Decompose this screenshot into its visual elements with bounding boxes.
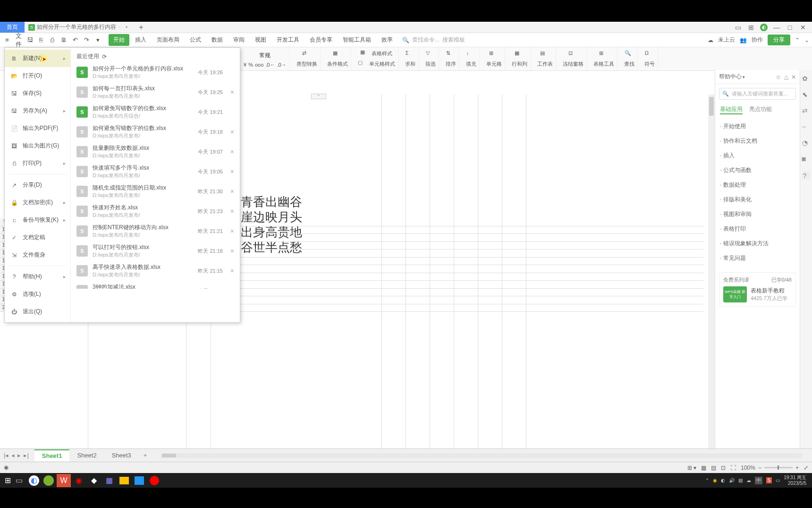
undo-icon[interactable]: ↶: [71, 36, 79, 44]
rowcol-icon[interactable]: ▦: [515, 50, 524, 60]
fullscreen-icon[interactable]: ⛶: [730, 465, 736, 471]
tray-chevron-icon[interactable]: ⌃: [705, 478, 709, 483]
dropdown-icon[interactable]: ▾: [743, 75, 745, 79]
tray-icon[interactable]: ◉: [713, 478, 717, 483]
remove-recent-icon[interactable]: ×: [230, 227, 234, 235]
remove-recent-icon[interactable]: ×: [230, 188, 234, 195]
table-tools-icon[interactable]: ⊞: [599, 50, 609, 60]
file-menu-item[interactable]: ⎙打印(P)▸: [5, 155, 70, 172]
tab-smart[interactable]: 智能工具箱: [338, 34, 376, 46]
file-menu-item[interactable]: 🖫另存为(A)▸: [5, 102, 70, 120]
grid-icon[interactable]: ⊞: [747, 23, 755, 32]
help-tab-basic[interactable]: 基础应用: [720, 105, 743, 114]
tab-layout[interactable]: 页面布局: [152, 34, 184, 46]
remove-recent-icon[interactable]: ×: [230, 247, 234, 255]
recent-file-item[interactable]: S 如何避免写错数字的位数.xlsxD:/wps发布/5月综合/ 今天 19:2…: [73, 102, 238, 122]
record-active-icon[interactable]: [147, 474, 161, 487]
help-link[interactable]: · 常见问题: [720, 251, 795, 266]
task-view-icon[interactable]: ▭: [13, 476, 25, 485]
file-menu-item[interactable]: ⇲文件瘦身: [5, 246, 70, 264]
minimize-icon[interactable]: —: [772, 23, 781, 32]
help-sidebar-icon[interactable]: ?: [802, 171, 811, 180]
chrome-icon[interactable]: ◐: [29, 475, 39, 486]
layout-page-icon[interactable]: ▤: [711, 465, 716, 471]
file-menu-item[interactable]: 🔒文档加密(E)▸: [5, 194, 70, 211]
print-icon[interactable]: ⎙: [48, 36, 57, 44]
file-menu-item[interactable]: ?帮助(H)▸: [5, 268, 70, 285]
promo-card[interactable]: 免费系列课 已学0/48 WPS表格 新手入门 表格新手教程 4425.7万人已…: [719, 272, 796, 307]
sheet-tab-1[interactable]: Sheet1: [34, 449, 70, 461]
tray-icon[interactable]: ▭: [776, 478, 780, 483]
expand-icon[interactable]: ⤢: [804, 465, 808, 471]
remove-recent-icon[interactable]: ×: [230, 207, 234, 215]
close-panel-icon[interactable]: ✕: [791, 74, 796, 80]
tab-dev[interactable]: 开发工具: [272, 34, 304, 46]
file-menu-item[interactable]: 📂打开(O): [5, 67, 70, 85]
search-template[interactable]: 搜索模板: [442, 36, 465, 44]
save-as-icon[interactable]: ⎘: [37, 36, 45, 44]
sheet-tab-2[interactable]: Sheet2: [69, 450, 104, 461]
table-style-icon[interactable]: ▦: [360, 49, 370, 59]
recent-file-item[interactable]: S 高手快速录入表格数据.xlsxD:/wps发布/5月发布/ 昨天 21:15…: [73, 261, 238, 281]
percent-icon[interactable]: %: [248, 62, 253, 68]
close-tab-icon[interactable]: •: [123, 24, 130, 31]
save-icon[interactable]: 🖫: [25, 36, 34, 44]
explorer-icon[interactable]: [117, 474, 131, 487]
sum-icon[interactable]: Σ: [406, 50, 415, 60]
refresh-icon[interactable]: ⟳: [102, 53, 107, 60]
settings-icon[interactable]: ⇄: [802, 107, 811, 115]
help-link[interactable]: · 数据处理: [720, 178, 795, 192]
remove-recent-icon[interactable]: ×: [230, 128, 234, 136]
help-search[interactable]: 🔍 请输入关键词搜索答案...: [719, 88, 796, 100]
zoom-value[interactable]: 100%: [741, 465, 755, 471]
help-link[interactable]: · 表格打印: [720, 222, 795, 236]
remove-recent-icon[interactable]: ×: [230, 168, 234, 175]
add-tab-button[interactable]: +: [134, 23, 148, 32]
recent-file-item[interactable]: S 如何分开一个单元格的多行内容.xlsxD:/wps发布/5月发布/ 今天 1…: [73, 62, 238, 82]
help-link[interactable]: · 插入: [720, 148, 795, 163]
chart-icon[interactable]: ◔: [802, 139, 811, 147]
increase-decimal-icon[interactable]: .0←: [265, 62, 275, 68]
tab-view[interactable]: 视图: [250, 34, 271, 46]
zoom-out-icon[interactable]: −: [758, 465, 761, 471]
app-icon[interactable]: ▦: [102, 474, 116, 487]
file-menu-button[interactable]: 文件: [14, 36, 23, 44]
cells-icon[interactable]: ⊞: [489, 50, 499, 60]
globe-icon[interactable]: ◐: [760, 24, 768, 31]
file-menu-item[interactable]: 🖫保存(S): [5, 85, 70, 102]
dropdown-icon[interactable]: ▾: [93, 36, 102, 44]
help-link[interactable]: · 公式与函数: [720, 163, 795, 178]
recent-file-item[interactable]: S 快速对齐姓名.xlsxD:/wps发布/5月发布/ 昨天 21:23 ×: [73, 201, 238, 221]
recent-file-item[interactable]: S 如何每一页打印表头.xlsxD:/wps发布/5月发布/ 今天 19:25 …: [73, 82, 238, 102]
zoom-in-icon[interactable]: +: [795, 465, 799, 471]
layout-normal-icon[interactable]: ▦: [701, 465, 706, 471]
add-sheet-button[interactable]: +: [139, 452, 152, 459]
maximize-icon[interactable]: □: [786, 23, 794, 32]
help-link[interactable]: · 开始使用: [720, 119, 795, 134]
layout-icon[interactable]: ▭: [734, 23, 742, 32]
chevron-up-icon[interactable]: ⌃: [795, 37, 800, 43]
link-icon[interactable]: ⎓: [802, 123, 811, 131]
close-window-icon[interactable]: ✕: [799, 23, 807, 32]
filter-icon[interactable]: ▽: [426, 50, 435, 60]
comma-icon[interactable]: ооо: [255, 62, 263, 68]
file-menu-item[interactable]: ⎌备份与恢复(K)▸: [5, 211, 70, 229]
tray-icon[interactable]: 🔊: [729, 478, 735, 483]
vertical-scrollbar[interactable]: [708, 95, 715, 448]
feedback-icon[interactable]: ☺: [776, 74, 781, 80]
cloud-status[interactable]: 未上云: [718, 36, 735, 44]
search-command[interactable]: 查找命令...: [412, 36, 440, 44]
help-link[interactable]: · 排版和美化: [720, 192, 795, 207]
recent-file-item[interactable]: S 控制ENTER键的移动方向.xlsxD:/wps发布/5月发布/ 昨天 21…: [73, 221, 238, 241]
sort-icon[interactable]: ⇅: [446, 50, 456, 60]
file-menu-item[interactable]: 🖼输出为图片(G): [5, 137, 70, 155]
share-button[interactable]: 分享: [768, 34, 790, 45]
notification-icon[interactable]: △: [784, 74, 788, 80]
tab-review[interactable]: 审阅: [228, 34, 249, 46]
document-tab[interactable]: S 如何分开一个单元格的多行内容 ○ •: [25, 23, 134, 31]
tray-icon[interactable]: S: [766, 477, 772, 483]
conditional-format-icon[interactable]: ▦: [333, 50, 342, 60]
view-mode-icon[interactable]: ⊞ ▾: [687, 465, 696, 471]
recent-file-item[interactable]: S 快速填写多个序号.xlsxD:/wps发布/5月发布/ 今天 19:05 ×: [73, 162, 238, 181]
type-convert-icon[interactable]: ⇄: [302, 50, 312, 60]
